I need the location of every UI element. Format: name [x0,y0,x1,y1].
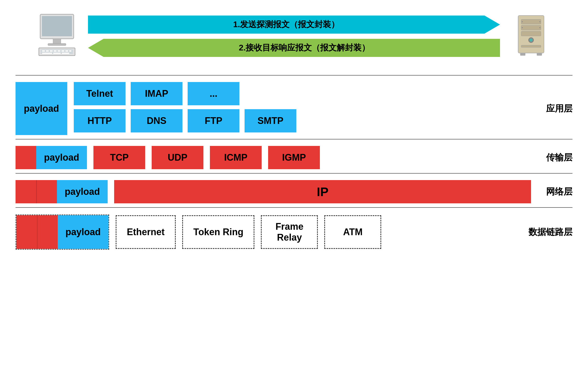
svg-rect-12 [65,50,68,52]
proto-frame-relay: FrameRelay [261,215,318,249]
proto-ip: IP [114,180,531,203]
app-proto-grid: Telnet IMAP ... HTTP DNS FTP SMTP [74,82,296,132]
network-header-red1 [16,180,36,203]
svg-rect-7 [46,50,49,52]
proto-udp: UDP [152,146,203,169]
svg-point-28 [522,27,523,28]
proto-telnet: Telnet [74,82,126,105]
svg-rect-11 [61,50,64,52]
app-row-2: HTTP DNS FTP SMTP [74,109,296,132]
dl-header-red1 [16,215,37,249]
svg-rect-10 [57,50,61,52]
datalink-layer-label: 数据链路层 [528,226,572,238]
proto-ethernet: Ethernet [116,215,176,249]
proto-dns: DNS [131,109,182,132]
svg-point-22 [530,39,533,42]
svg-rect-13 [69,50,71,52]
svg-point-26 [522,21,523,22]
svg-point-29 [539,27,540,28]
dl-payload-box: payload [58,215,108,249]
datalink-layer: 数据链路层 payload Ethernet Token Ring FrameR… [16,207,572,254]
proto-ftp: FTP [188,109,239,132]
svg-rect-24 [520,53,525,56]
transport-layer: 传输层 payload TCP UDP ICMP IGMP [16,139,572,173]
svg-rect-14 [42,53,52,54]
top-section: 1.发送探测报文（报文封装） 2.接收目标响应报文（报文解封装） [16,8,572,80]
svg-rect-3 [48,43,66,46]
svg-rect-15 [53,53,61,54]
app-payload-col: payload [16,82,67,135]
svg-rect-9 [54,50,57,52]
datalink-packet-wrapper: payload [16,214,109,250]
svg-rect-2 [53,39,61,44]
proto-tcp: TCP [93,146,145,169]
svg-rect-23 [521,45,541,47]
svg-point-27 [539,21,540,22]
transport-payload-group: payload [16,146,87,169]
computer-left-icon [36,13,78,60]
svg-rect-25 [537,53,542,56]
diagram-container: 1.发送探测报文（报文封装） 2.接收目标响应报文（报文解封装） 应用层 pay… [0,0,588,371]
layers-area: 应用层 payload Telnet IMAP ... HTTP [16,75,572,363]
application-layer: 应用层 payload Telnet IMAP ... HTTP [16,75,572,139]
svg-rect-19 [521,25,541,30]
transport-section-inner: payload TCP UDP ICMP IGMP [16,146,531,169]
arrow-right: 1.发送探测报文（报文封装） [88,16,500,34]
network-header-red2 [36,180,57,203]
transport-layer-label: 传输层 [546,152,572,164]
svg-rect-16 [62,53,69,54]
server-icon [510,13,552,60]
network-payload-box: payload [57,180,108,203]
arrow-left-label: 2.接收目标响应报文（报文解封装） [213,42,375,54]
proto-ellipsis: ... [188,82,239,105]
proto-imap: IMAP [131,82,182,105]
svg-rect-18 [521,19,541,24]
svg-rect-8 [50,50,53,52]
proto-igmp: IGMP [268,146,320,169]
proto-token-ring: Token Ring [182,215,254,249]
app-section-inner: payload Telnet IMAP ... HTTP DNS FTP [16,82,531,135]
datalink-payload-group: payload [16,214,109,250]
application-layer-label: 应用层 [546,103,572,115]
network-payload-group: payload [16,180,108,203]
svg-rect-6 [42,50,45,52]
proto-smtp: SMTP [245,109,296,132]
datalink-section-inner: payload Ethernet Token Ring FrameRelay A… [16,214,531,250]
arrow-right-label: 1.发送探测报文（报文封装） [228,19,360,30]
arrow-left: 2.接收目标响应报文（报文解封装） [88,39,500,57]
transport-header-red [16,146,36,169]
transport-payload-box: payload [36,146,87,169]
app-row-1: Telnet IMAP ... [74,82,296,105]
computer-right [510,13,552,60]
network-layer: 网络层 payload IP [16,173,572,207]
proto-atm: ATM [324,215,381,249]
arrows-area: 1.发送探测报文（报文封装） 2.接收目标响应报文（报文解封装） [88,16,500,57]
svg-rect-20 [521,31,541,36]
computer-left [36,13,78,60]
network-layer-label: 网络层 [546,186,572,198]
network-section-inner: payload IP [16,180,531,203]
app-payload-box: payload [16,82,67,135]
svg-rect-1 [42,16,72,36]
proto-icmp: ICMP [210,146,262,169]
dl-header-red2 [37,215,58,249]
proto-http: HTTP [74,109,126,132]
